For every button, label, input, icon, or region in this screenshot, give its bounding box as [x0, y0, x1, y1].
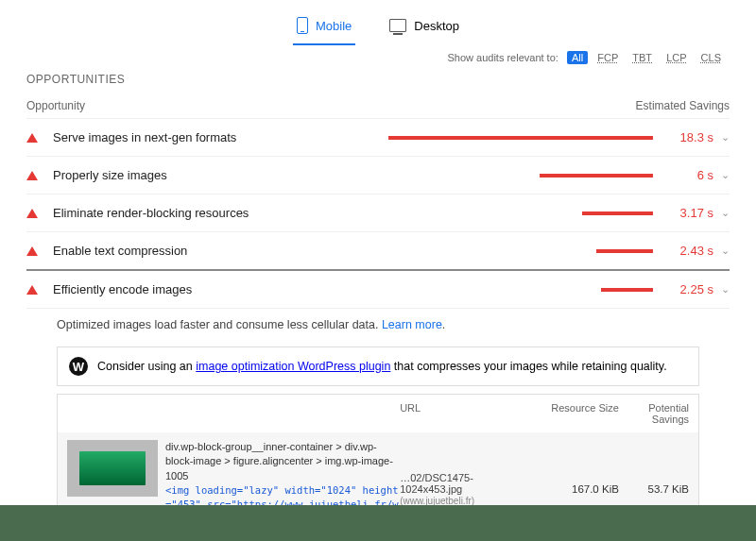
device-tabs: Mobile Desktop [0, 0, 756, 46]
footer-bar [0, 505, 756, 541]
wp-pre: Consider using an [97, 360, 196, 373]
resource-size: 167.0 KiB [531, 483, 619, 495]
potential-savings: 53.7 KiB [619, 483, 689, 495]
chevron-down-icon: ⌄ [721, 169, 730, 181]
warning-icon [26, 209, 38, 218]
chip-cls[interactable]: CLS [696, 51, 726, 64]
opportunity-label: Enable text compression [53, 244, 388, 258]
image-thumbnail [67, 440, 158, 497]
tab-mobile[interactable]: Mobile [293, 11, 355, 45]
wp-post: that compresses your images while retain… [390, 360, 666, 373]
chip-tbt[interactable]: TBT [627, 51, 657, 64]
col-size: Resource Size [531, 402, 619, 425]
savings-bar [601, 288, 653, 292]
chevron-down-icon: ⌄ [721, 245, 730, 257]
element-selector: div.wp-block-group__inner-container > di… [165, 440, 400, 483]
opportunity-row[interactable]: Enable text compression 2.43 s ⌄ [26, 232, 730, 271]
tab-desktop-label: Desktop [414, 19, 459, 33]
savings-value: 3.17 s [666, 206, 713, 220]
relevance-label: Show audits relevant to: [447, 52, 558, 63]
chevron-down-icon: ⌄ [721, 283, 730, 296]
detail-text: Optimized images load faster and consume… [57, 318, 382, 331]
mobile-icon [297, 17, 308, 34]
warning-icon [26, 246, 38, 256]
warning-icon [26, 285, 38, 295]
header-savings: Estimated Savings [636, 99, 730, 112]
opportunity-label: Properly size images [53, 168, 388, 182]
chip-all[interactable]: All [567, 51, 588, 64]
col-save: Potential Savings [619, 402, 689, 425]
savings-value: 18.3 s [666, 130, 713, 144]
resource-path: …02/DSC1475-1024x453.jpg [400, 472, 473, 495]
table-header: Opportunity Estimated Savings [26, 93, 730, 119]
relevance-filter: Show audits relevant to: All FCP TBT LCP… [26, 46, 730, 65]
opportunity-detail: Optimized images load faster and consume… [26, 309, 730, 341]
col-url: URL [400, 402, 531, 425]
tab-mobile-label: Mobile [316, 19, 352, 33]
opportunity-row[interactable]: Eliminate render-blocking resources 3.17… [26, 194, 730, 232]
opportunity-row[interactable]: Properly size images 6 s ⌄ [26, 157, 730, 194]
resource-table-header: URL Resource Size Potential Savings [58, 395, 698, 432]
wordpress-suggestion: W Consider using an image optimization W… [57, 347, 699, 386]
section-title: OPPORTUNITIES [26, 65, 730, 93]
opportunity-label: Eliminate render-blocking resources [53, 206, 388, 220]
warning-icon [26, 133, 38, 143]
savings-bar [596, 249, 653, 253]
learn-more-link[interactable]: Learn more [382, 318, 442, 331]
chip-lcp[interactable]: LCP [662, 51, 691, 64]
opportunity-label: Efficiently encode images [53, 282, 388, 296]
opportunity-row[interactable]: Efficiently encode images 2.25 s ⌄ [26, 271, 730, 309]
tab-desktop[interactable]: Desktop [386, 11, 463, 45]
savings-value: 2.25 s [666, 282, 713, 296]
opportunity-row[interactable]: Serve images in next-gen formats 18.3 s … [26, 119, 730, 157]
warning-icon [26, 171, 38, 180]
chevron-down-icon: ⌄ [721, 131, 730, 144]
savings-bar [540, 174, 653, 178]
savings-bar [388, 136, 653, 140]
wordpress-icon: W [69, 357, 88, 376]
header-opportunity: Opportunity [26, 99, 85, 112]
savings-value: 6 s [666, 168, 713, 182]
chip-fcp[interactable]: FCP [593, 51, 623, 64]
savings-bar [582, 211, 653, 215]
desktop-icon [389, 19, 406, 32]
chevron-down-icon: ⌄ [721, 207, 730, 219]
wp-plugin-link[interactable]: image optimization WordPress plugin [196, 360, 390, 373]
opportunity-label: Serve images in next-gen formats [53, 130, 388, 144]
savings-value: 2.43 s [666, 244, 713, 258]
